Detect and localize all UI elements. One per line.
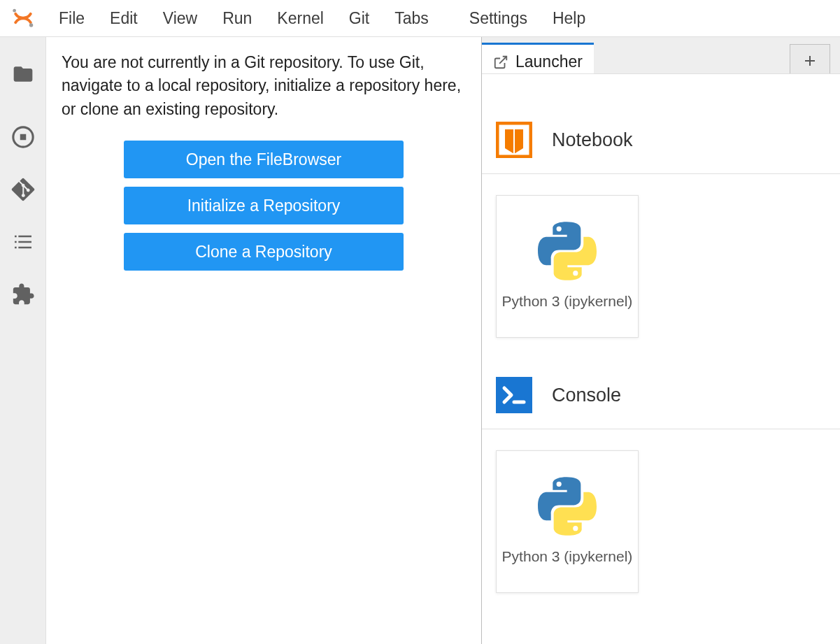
rail-filebrowser[interactable]: [0, 58, 46, 110]
menu-git[interactable]: Git: [336, 9, 382, 28]
python-icon: [538, 477, 597, 536]
rail-extensions[interactable]: [0, 268, 46, 320]
menu-run[interactable]: Run: [210, 9, 264, 28]
tab-label: Launcher: [515, 52, 583, 71]
section-title-console: Console: [552, 385, 621, 406]
launcher-section-console: Console Python 3 (ipykernel): [482, 377, 840, 593]
menu-edit[interactable]: Edit: [97, 9, 150, 28]
menu-help[interactable]: Help: [540, 9, 598, 28]
svg-point-0: [13, 9, 16, 13]
svg-rect-3: [20, 134, 26, 140]
rail-running[interactable]: [0, 110, 46, 163]
git-icon: [11, 178, 35, 201]
launcher-card-notebook-python3[interactable]: Python 3 (ipykernel): [496, 195, 639, 338]
tabbar: Launcher: [482, 37, 840, 73]
extension-icon: [11, 282, 35, 306]
menubar: File Edit View Run Kernel Git Tabs Setti…: [0, 0, 840, 37]
launch-icon: [493, 55, 508, 70]
git-panel: You are not currently in a Git repositor…: [46, 37, 482, 644]
section-title-notebook: Notebook: [552, 129, 633, 151]
launcher-body: Notebook Python 3 (ipykernel): [482, 73, 840, 644]
launcher-card-console-python3[interactable]: Python 3 (ipykernel): [496, 450, 639, 593]
launcher-area: Launcher Notebook: [482, 37, 840, 644]
console-icon: [496, 377, 532, 413]
toc-icon: [12, 231, 34, 253]
plus-icon: [802, 52, 818, 69]
card-label: Python 3 (ipykernel): [502, 292, 633, 311]
menu-kernel[interactable]: Kernel: [264, 9, 336, 28]
jupyter-icon: [11, 6, 35, 30]
running-icon: [11, 125, 35, 149]
git-message: You are not currently in a Git repositor…: [62, 51, 466, 121]
clone-repo-button[interactable]: Clone a Repository: [124, 233, 404, 271]
notebook-icon: [496, 122, 532, 158]
launcher-section-notebook: Notebook Python 3 (ipykernel): [482, 122, 840, 338]
menu-view[interactable]: View: [150, 9, 210, 28]
add-tab-button[interactable]: [790, 44, 830, 78]
rail-toc[interactable]: [0, 215, 46, 268]
open-filebrowser-button[interactable]: Open the FileBrowser: [124, 141, 404, 178]
initialize-repo-button[interactable]: Initialize a Repository: [124, 187, 404, 224]
menu-tabs[interactable]: Tabs: [382, 9, 441, 28]
svg-rect-6: [496, 377, 532, 413]
folder-icon: [12, 63, 34, 85]
card-label: Python 3 (ipykernel): [502, 547, 633, 566]
menu-file[interactable]: File: [46, 9, 97, 28]
jupyter-logo[interactable]: [0, 6, 46, 30]
svg-point-1: [29, 23, 33, 27]
python-icon: [538, 222, 597, 280]
left-rail: [0, 37, 46, 644]
menu-settings[interactable]: Settings: [457, 9, 540, 28]
svg-line-4: [499, 56, 506, 63]
rail-git[interactable]: [0, 163, 46, 215]
